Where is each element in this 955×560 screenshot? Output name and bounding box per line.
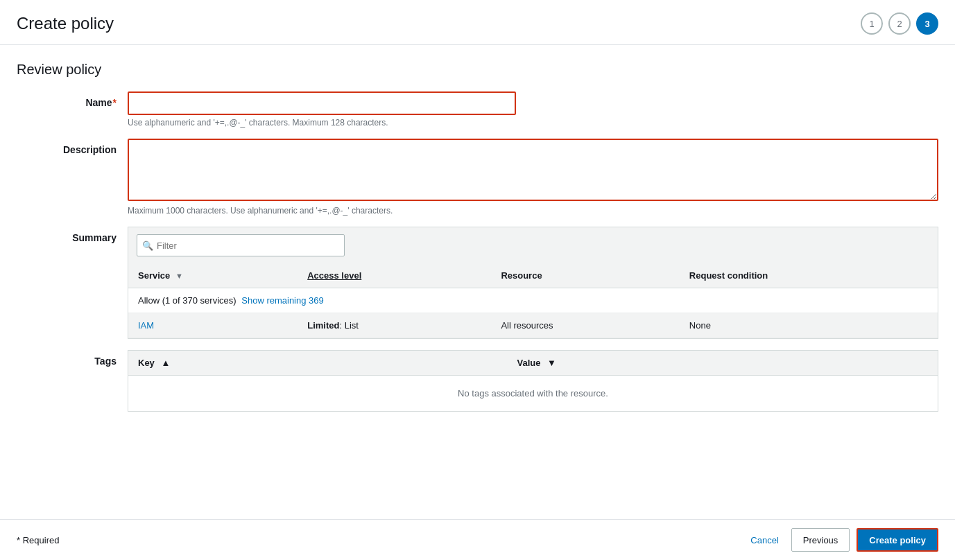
- filter-input[interactable]: [137, 234, 345, 256]
- desc-row: Description Maximum 1000 characters. Use…: [17, 139, 938, 216]
- tags-tbody: No tags associated with the resource.: [128, 376, 938, 412]
- allow-cell: Allow (1 of 370 services) Show remaining…: [128, 288, 938, 313]
- summary-header-row: Service ▼ Access level Resource Request …: [128, 263, 938, 288]
- iam-service-cell: IAM: [128, 313, 298, 338]
- access-level-prefix: Limited:: [307, 320, 344, 331]
- cancel-button[interactable]: Cancel: [745, 535, 784, 545]
- filter-input-wrap: 🔍: [137, 234, 345, 256]
- summary-row: Summary 🔍 Service ▼: [17, 227, 938, 339]
- tags-label: Tags: [17, 350, 128, 412]
- show-remaining-link[interactable]: Show remaining 369: [241, 295, 324, 306]
- tags-empty-row: No tags associated with the resource.: [128, 376, 938, 412]
- name-row: Name Use alphanumeric and '+=,.@-_' char…: [17, 91, 938, 128]
- desc-field: Maximum 1000 characters. Use alphanumeri…: [128, 139, 938, 216]
- name-hint: Use alphanumeric and '+=,.@-_' character…: [128, 118, 938, 128]
- iam-link[interactable]: IAM: [138, 320, 154, 331]
- col-request-condition: Request condition: [680, 263, 938, 288]
- value-sort-icon: ▼: [547, 358, 556, 368]
- col-access-level[interactable]: Access level: [298, 263, 491, 288]
- search-icon: 🔍: [142, 240, 153, 251]
- access-level-cell: Limited: List: [298, 313, 491, 338]
- access-level-value: List: [345, 320, 359, 331]
- required-note: * Required: [17, 535, 59, 545]
- main-content: Review policy Name Use alphanumeric and …: [0, 45, 955, 519]
- resource-cell: All resources: [491, 313, 679, 338]
- tags-row: Tags Key ▲ Value ▼: [17, 350, 938, 412]
- page-header: Create policy 1 2 3: [0, 0, 955, 45]
- col-value[interactable]: Value ▼: [508, 351, 938, 376]
- tags-thead: Key ▲ Value ▼: [128, 351, 938, 376]
- footer-actions: Cancel Previous Create policy: [745, 528, 938, 552]
- key-sort-icon: ▲: [161, 358, 170, 368]
- col-service[interactable]: Service ▼: [128, 263, 298, 288]
- page-footer: * Required Cancel Previous Create policy: [0, 519, 955, 560]
- desc-input[interactable]: [128, 139, 938, 201]
- summary-thead: Service ▼ Access level Resource Request …: [128, 263, 938, 288]
- summary-box: 🔍 Service ▼ Access level: [128, 227, 938, 339]
- tags-table: Key ▲ Value ▼ No tags associated with th…: [128, 350, 938, 412]
- step-indicators: 1 2 3: [861, 12, 938, 35]
- name-input[interactable]: [128, 91, 516, 115]
- summary-table: Service ▼ Access level Resource Request …: [128, 263, 938, 338]
- tags-empty-cell: No tags associated with the resource.: [128, 376, 938, 412]
- previous-button[interactable]: Previous: [791, 528, 850, 552]
- service-sort-icon: ▼: [175, 272, 183, 280]
- desc-label: Description: [17, 139, 128, 216]
- desc-hint: Maximum 1000 characters. Use alphanumeri…: [128, 206, 938, 216]
- summary-label: Summary: [17, 227, 128, 339]
- create-policy-button[interactable]: Create policy: [857, 528, 938, 552]
- tags-header-row: Key ▲ Value ▼: [128, 351, 938, 376]
- step-1: 1: [861, 12, 883, 35]
- name-field: Use alphanumeric and '+=,.@-_' character…: [128, 91, 938, 128]
- page-title: Create policy: [17, 14, 114, 33]
- name-label: Name: [17, 91, 128, 128]
- request-condition-cell: None: [680, 313, 938, 338]
- filter-bar: 🔍: [128, 227, 938, 263]
- allow-row: Allow (1 of 370 services) Show remaining…: [128, 288, 938, 313]
- summary-tbody: Allow (1 of 370 services) Show remaining…: [128, 288, 938, 338]
- tags-box: Key ▲ Value ▼ No tags associated with th…: [128, 350, 938, 412]
- section-title: Review policy: [17, 62, 938, 78]
- page-wrapper: Create policy 1 2 3 Review policy Name U…: [0, 0, 955, 560]
- iam-row: IAM Limited: List All resources None: [128, 313, 938, 338]
- step-3: 3: [916, 12, 938, 35]
- step-2: 2: [888, 12, 911, 35]
- col-key[interactable]: Key ▲: [128, 351, 508, 376]
- col-resource: Resource: [491, 263, 679, 288]
